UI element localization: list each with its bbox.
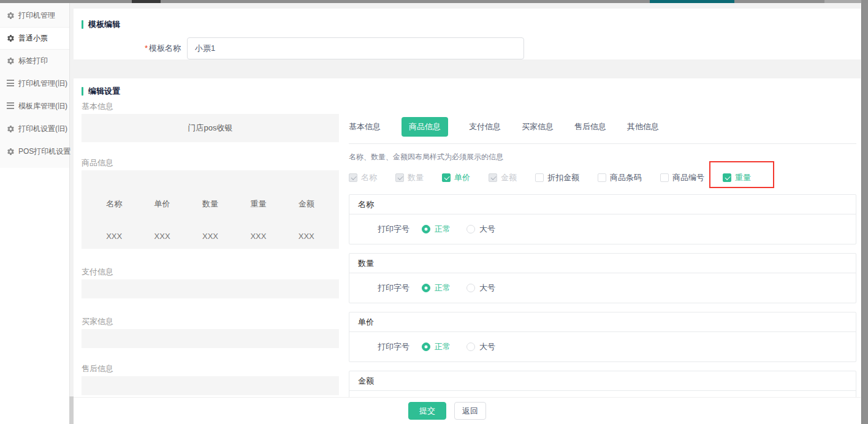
sidebar-item-label: 普通小票 [18,33,48,44]
edit-settings-card: 编辑设置 基本信息 门店pos收银 商品信息 [74,78,861,397]
checkbox-icon [489,173,497,182]
vertical-scrollbar[interactable] [861,3,868,424]
sidebar-scrollbar-thumb[interactable] [69,396,74,424]
receipt-preview: 基本信息 门店pos收银 商品信息 名称 单价 数量 重量 [82,102,339,397]
radio-icon [422,284,430,292]
checkbox-unit-price[interactable]: 单价 [442,172,470,183]
field-card-name: 名称 打印字号 正常 大号 [349,194,856,244]
edit-settings-header: 编辑设置 [82,86,861,97]
list-icon [7,80,15,88]
sidebar-item-template-library-old[interactable]: 模板库管理(旧) [0,95,69,118]
field-card-amount: 金额 打印字号 正常 大号 [349,371,856,397]
field-card-body: 打印字号 正常 大号 [349,273,856,303]
preview-aftersale-box[interactable] [82,376,339,395]
sidebar-item-normal-receipt[interactable]: 普通小票 [0,27,69,50]
checkbox-goods-barcode[interactable]: 商品条码 [598,172,642,183]
field-card-body: 打印字号 正常 大号 [349,391,856,397]
tab-goods-info[interactable]: 商品信息 [402,117,448,137]
info-tabs: 基本信息 商品信息 支付信息 买家信息 售后信息 其他信息 [349,118,856,136]
radio-icon [422,225,430,233]
checkbox-discount-amount[interactable]: 折扣金额 [535,172,579,183]
template-name-input[interactable] [187,37,524,59]
tab-aftersale-info[interactable]: 售后信息 [574,121,606,132]
preview-goods-box[interactable]: 名称 单价 数量 重量 金额 XXX XXX XXX XXX [82,170,339,249]
field-checkbox-row: 名称 数量 单价 金额 [349,172,856,183]
radio-normal[interactable]: 正常 [422,224,451,235]
radio-icon [466,225,475,233]
sidebar: 打印机管理 普通小票 标签打印 打印机管理(旧) 模板库管理(旧) 打印机设置( [0,3,70,424]
back-button[interactable]: 返回 [454,402,486,420]
preview-payment-box[interactable] [82,279,339,298]
sidebar-item-printer-management-old[interactable]: 打印机管理(旧) [0,72,69,95]
settings-panel: 基本信息 商品信息 支付信息 买家信息 售后信息 其他信息 名称、数量、金额因布… [349,102,861,397]
goods-header-cell: 重量 [250,199,266,210]
required-asterisk: * [145,44,148,53]
radio-icon [466,343,475,351]
preview-section-goods: 商品信息 名称 单价 数量 重量 金额 XXX XXX [82,158,339,249]
sidebar-item-label: 标签打印 [18,56,48,66]
checkbox-quantity[interactable]: 数量 [395,172,424,183]
sidebar-item-printer-management[interactable]: 打印机管理 [0,4,69,27]
checkbox-amount[interactable]: 金额 [489,172,517,183]
section-accent-bar [82,20,83,29]
field-card-quantity: 数量 打印字号 正常 大号 [349,253,856,303]
gear-icon [7,57,15,65]
radio-large[interactable]: 大号 [466,282,495,293]
app-window: 打印机管理 普通小票 标签打印 打印机管理(旧) 模板库管理(旧) 打印机设置( [0,3,861,424]
tab-payment-info[interactable]: 支付信息 [469,121,501,132]
gear-icon [7,12,15,20]
checkbox-icon [660,173,669,182]
sidebar-item-pos-printer-settings[interactable]: POS打印机设置 [0,140,69,163]
required-fields-note: 名称、数量、金额因布局样式为必须展示的信息 [349,153,856,162]
sidebar-item-label: POS打印机设置 [18,146,70,157]
goods-header-cell: 金额 [299,199,314,210]
sidebar-item-label: 打印机管理 [18,10,55,21]
checkbox-weight[interactable]: 重量 [723,172,751,183]
checkbox-icon [535,173,544,182]
tab-other-info[interactable]: 其他信息 [627,121,659,132]
sidebar-item-label: 打印机设置(旧) [18,124,67,134]
template-edit-header: 模板编辑 [82,19,861,30]
preview-payment-label: 支付信息 [82,267,339,276]
sidebar-menu: 打印机管理 普通小票 标签打印 打印机管理(旧) 模板库管理(旧) 打印机设置( [0,3,69,168]
goods-value-cell: XXX [154,232,170,241]
checkbox-goods-number[interactable]: 商品编号 [660,172,704,183]
main-content: 模板编辑 *模板名称 编辑设置 基本信息 [70,3,861,424]
sidebar-item-label-print[interactable]: 标签打印 [0,50,69,72]
radio-large[interactable]: 大号 [466,341,495,352]
radio-normal[interactable]: 正常 [422,282,451,293]
goods-value-cell: XXX [202,232,218,241]
sidebar-item-printer-settings-old[interactable]: 打印机设置(旧) [0,118,69,140]
submit-button[interactable]: 提交 [408,402,446,420]
sidebar-item-label: 打印机管理(旧) [18,78,67,89]
goods-header-cell: 名称 [106,199,122,210]
tab-basic-info[interactable]: 基本信息 [349,121,381,132]
field-card-body: 打印字号 正常 大号 [349,332,856,362]
print-size-label: 打印字号 [378,282,409,293]
goods-header-cell: 单价 [154,199,170,210]
field-card-title: 单价 [349,312,856,332]
preview-section-aftersale: 售后信息 [82,364,339,395]
template-name-row: *模板名称 [82,37,861,59]
preview-buyer-box[interactable] [82,329,339,348]
template-name-label: *模板名称 [82,43,187,54]
goods-header-cell: 数量 [202,199,218,210]
radio-icon [422,343,430,351]
radio-large[interactable]: 大号 [466,224,495,235]
checkbox-icon [442,173,451,182]
card-gap [74,59,861,78]
checkbox-name[interactable]: 名称 [349,172,377,183]
preview-basic-box[interactable]: 门店pos收银 [82,114,339,142]
field-card-body: 打印字号 正常 大号 [349,214,856,244]
section-title: 编辑设置 [88,86,120,97]
preview-section-buyer: 买家信息 [82,317,339,348]
goods-value-cell: XXX [250,232,266,241]
radio-normal[interactable]: 正常 [422,341,451,352]
list-icon [7,102,15,110]
tab-buyer-info[interactable]: 买家信息 [522,121,554,132]
gear-icon [7,34,15,42]
browser-edge-strip [0,0,868,3]
section-title: 模板编辑 [88,19,120,30]
preview-goods-label: 商品信息 [82,158,339,167]
print-size-label: 打印字号 [378,224,409,235]
